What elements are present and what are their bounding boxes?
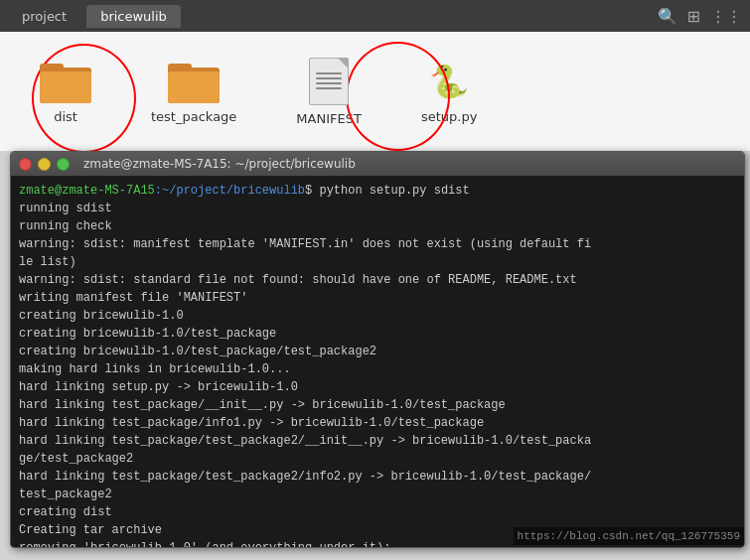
watermark: https://blog.csdn.net/qq_126775359 bbox=[514, 527, 744, 546]
folder-icon-test-package bbox=[168, 60, 220, 103]
terminal-line-14: hard linking test_package/__init__.py ->… bbox=[19, 396, 736, 414]
folder-icon-dist bbox=[40, 60, 91, 103]
tab-bricewulib[interactable]: bricewulib bbox=[86, 5, 181, 28]
terminal-line-1: running sdist bbox=[19, 200, 736, 217]
python-icon: 🐍 bbox=[427, 60, 471, 103]
file-item-test-package[interactable]: test_package bbox=[151, 60, 236, 124]
fm-titlebar: project bricewulib 🔍 ⊞ ⋮⋮ bbox=[0, 0, 750, 32]
doc-line-4 bbox=[316, 87, 342, 89]
terminal-line-2: running check bbox=[19, 217, 736, 235]
terminal-titlebar: zmate@zmate-MS-7A15: ~/project/bricewuli… bbox=[11, 152, 744, 176]
file-item-setup-py[interactable]: 🐍 setup.py bbox=[421, 60, 477, 124]
terminal-line-19: test_package2 bbox=[19, 486, 736, 503]
terminal-body[interactable]: zmate@zmate-MS-7A15:~/project/bricewulib… bbox=[11, 176, 744, 547]
terminal-line-15: hard linking test_package/info1.py -> br… bbox=[19, 414, 736, 432]
fm-content: dist test_package MANIFEST 🐍 setup.py bbox=[0, 32, 750, 151]
doc-line-3 bbox=[316, 82, 342, 84]
file-label-test-package: test_package bbox=[151, 109, 236, 124]
file-item-manifest[interactable]: MANIFEST bbox=[296, 58, 362, 126]
search-icon[interactable]: 🔍 bbox=[658, 7, 677, 26]
file-item-dist[interactable]: dist bbox=[40, 60, 91, 124]
terminal-line-16: hard linking test_package/test_package2/… bbox=[19, 432, 736, 450]
fm-tab-icons: 🔍 ⊞ ⋮⋮ bbox=[658, 7, 742, 26]
file-label-dist: dist bbox=[54, 109, 77, 124]
terminal-prompt-user: zmate@zmate-MS-7A15 bbox=[19, 184, 155, 198]
terminal-line-10: creating bricewulib-1.0/test_package bbox=[19, 325, 736, 343]
terminal-line-8: writing manifest file 'MANIFEST' bbox=[19, 289, 736, 307]
terminal-line-4: le list) bbox=[19, 253, 736, 271]
terminal-line-3: warning: sdist: manifest template 'MANIF… bbox=[19, 235, 736, 253]
terminal-line-12: making hard links in bricewulib-1.0... bbox=[19, 360, 736, 378]
terminal-title: zmate@zmate-MS-7A15: ~/project/bricewuli… bbox=[83, 157, 356, 171]
file-label-setup-py: setup.py bbox=[421, 109, 477, 124]
terminal-close-button[interactable] bbox=[19, 158, 32, 171]
terminal-prompt-path: :~/project/bricewulib bbox=[155, 184, 305, 198]
doc-line-2 bbox=[316, 77, 342, 79]
terminal-output: running sdist running check warning: sdi… bbox=[19, 200, 736, 547]
terminal-line-13: hard linking setup.py -> bricewulib-1.0 bbox=[19, 378, 736, 396]
terminal-maximize-button[interactable] bbox=[57, 158, 70, 171]
terminal-line-18: hard linking test_package/test_package2/… bbox=[19, 468, 736, 486]
terminal-command: $ python setup.py sdist bbox=[305, 184, 470, 198]
dots-grid-icon[interactable]: ⋮⋮ bbox=[710, 7, 742, 26]
doc-line-1 bbox=[316, 72, 342, 74]
terminal-line-20: creating dist bbox=[19, 503, 736, 521]
terminal-window: zmate@zmate-MS-7A15: ~/project/bricewuli… bbox=[10, 151, 745, 548]
file-label-manifest: MANIFEST bbox=[296, 111, 362, 126]
terminal-line-9: creating bricewulib-1.0 bbox=[19, 307, 736, 325]
terminal-line-11: creating bricewulib-1.0/test_package/tes… bbox=[19, 343, 736, 360]
terminal-line-6: warning: sdist: standard file not found:… bbox=[19, 271, 736, 289]
tab-project[interactable]: project bbox=[8, 5, 80, 28]
terminal-line-17: ge/test_package2 bbox=[19, 450, 736, 468]
doc-icon-manifest bbox=[309, 58, 349, 105]
terminal-minimize-button[interactable] bbox=[38, 158, 51, 171]
grid-list-icon[interactable]: ⊞ bbox=[687, 7, 700, 26]
terminal-prompt-line: zmate@zmate-MS-7A15:~/project/bricewulib… bbox=[19, 182, 736, 200]
